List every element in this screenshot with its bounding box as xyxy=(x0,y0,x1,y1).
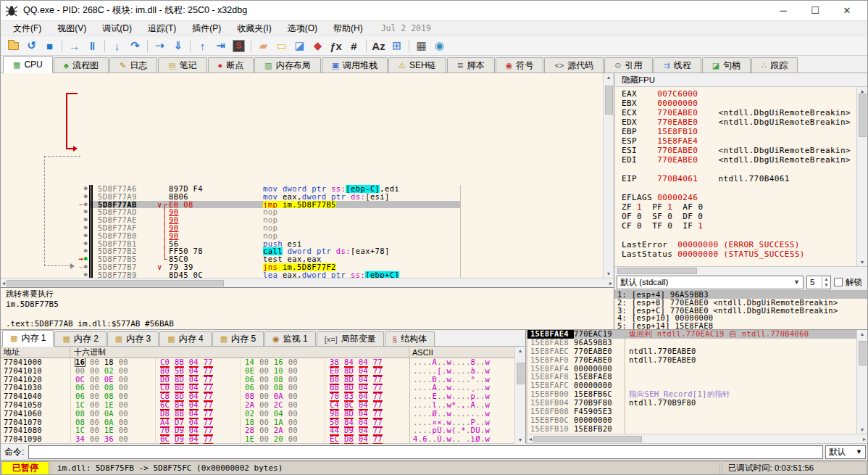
register-line[interactable]: ESP 15E8FAE4 xyxy=(622,136,856,146)
disasm-instruction[interactable]: nop xyxy=(263,216,460,224)
disasm-address[interactable]: 5D8F77B0 xyxy=(93,232,157,240)
menu-item[interactable]: 调试(D) xyxy=(94,22,140,35)
tab-memory-map[interactable]: ▥ 内存布局 xyxy=(254,57,320,73)
disasm-bytes[interactable]: 85C0 xyxy=(169,255,263,263)
close-button[interactable]: ✕ xyxy=(831,1,863,20)
disasm-instruction[interactable]: nop xyxy=(263,208,460,216)
stack-comment[interactable] xyxy=(625,425,856,434)
register-line[interactable]: LastError 00000000 (ERROR_SUCCESS) xyxy=(622,240,856,249)
register-line[interactable]: ESI 770EABE0 <ntdll.DbgUiRemoteBreakin> xyxy=(622,146,856,155)
disasm-bytes[interactable]: 8B06 xyxy=(169,193,263,201)
stack-row[interactable]: 15E8FAF0770EABE0ntdll.770EABE0 xyxy=(527,356,856,365)
disasm-row[interactable]: ●5D8F77A6897D F4mov dword ptr ss:[ebp-C]… xyxy=(1,185,603,193)
disasm-row[interactable]: ●5D8F77B2 │FF50 78call dword ptr ds:[eax… xyxy=(1,247,603,255)
disasm-bytes[interactable]: FF50 78 xyxy=(169,247,263,255)
breakpoint-gutter[interactable]: →● xyxy=(73,255,89,263)
tab-dump-3[interactable]: ▦ 内存 3 xyxy=(107,331,159,346)
disasm-bytes[interactable]: 897D F4 xyxy=(169,185,263,193)
dump-row[interactable]: 7704109034 00 36 000C D9 04 771E 00 20 0… xyxy=(1,435,514,444)
registers-hscrollbar[interactable] xyxy=(614,266,867,274)
disasm-bytes[interactable]: 90 xyxy=(169,232,263,240)
command-input[interactable] xyxy=(28,445,823,459)
dump-ascii[interactable]: ....pÙ.w(.*.DÙ.w xyxy=(409,426,514,435)
stack-comment[interactable]: ntdll.770B9F80 xyxy=(625,399,856,408)
breakpoint-gutter[interactable]: ● xyxy=(73,208,89,216)
stack-address[interactable]: 15E8FAF0 xyxy=(527,356,574,365)
stack-comment[interactable] xyxy=(625,339,856,347)
disassembly-hscrollbar[interactable]: ◂▸ xyxy=(1,278,614,287)
disasm-row[interactable]: ●5D8F77AF │90nop xyxy=(1,224,603,232)
execute-till-return-icon[interactable]: ⇓ xyxy=(169,38,187,54)
dump-ascii[interactable]: 4.6..Ù.w.. .ìØ.w xyxy=(409,435,514,444)
dump-rows[interactable]: 7704100016 00 18 00C0 8B 04 7714 00 16 0… xyxy=(1,358,514,444)
register-line[interactable] xyxy=(622,165,856,174)
dump-ascii[interactable]: ....Ø..w.......w xyxy=(409,410,514,418)
stack-comment[interactable] xyxy=(625,365,856,373)
stack-comment[interactable] xyxy=(625,373,856,381)
register-line[interactable]: EAX 007C6000 xyxy=(622,89,856,99)
step-over-icon[interactable]: ↷ xyxy=(126,38,144,54)
register-line[interactable]: ZF 1 PF 1 AF 0 xyxy=(622,202,856,212)
tab-watch-1[interactable]: ◉ 监视 1 xyxy=(264,331,316,346)
stack-hscrollbar[interactable]: ◂▸ xyxy=(527,434,867,443)
dump-ascii[interactable]: ....¤×.w....P..w xyxy=(409,418,514,427)
disasm-instruction[interactable]: nop xyxy=(263,224,460,232)
breakpoint-gutter[interactable]: ● xyxy=(73,240,89,248)
disasm-comment[interactable] xyxy=(460,185,603,193)
register-line[interactable] xyxy=(622,231,856,240)
stack-comment[interactable] xyxy=(625,381,856,390)
tab-locals[interactable]: [x=] 局部变量 xyxy=(317,331,384,346)
disassembly-vscrollbar[interactable]: ▴▾ xyxy=(603,73,614,278)
disasm-comment[interactable] xyxy=(460,224,603,232)
tab-dump-5[interactable]: ▦ 内存 5 xyxy=(212,331,264,346)
restart-icon[interactable]: ↺ xyxy=(22,38,41,54)
disasm-comment[interactable] xyxy=(460,193,603,201)
disasm-instruction[interactable]: mov eax,dword ptr ds:[esi] xyxy=(263,193,460,201)
tab-symbols[interactable]: ◉ 符号 xyxy=(496,57,544,73)
argument-row[interactable]: 5: [esp+14] 15E8FAE8 xyxy=(614,322,867,329)
dump-address[interactable]: 77041090 xyxy=(1,435,70,444)
disasm-row[interactable]: ●5D8F77A98B06mov eax,dword ptr ds:[esi] xyxy=(1,193,603,201)
register-line[interactable]: CF 0 TF 0 IF 1 xyxy=(622,221,856,231)
disasm-row[interactable]: ●5D8F77AE │90nop xyxy=(1,216,603,224)
tab-graph[interactable]: ♣ 流程图 xyxy=(54,57,109,73)
breakpoint-gutter[interactable]: ● xyxy=(73,271,89,278)
tab-source[interactable]: <> 源代码 xyxy=(544,57,604,73)
globe-icon[interactable]: ◉ xyxy=(430,38,448,54)
dump-address[interactable]: 77041060 xyxy=(1,410,70,418)
disasm-row[interactable]: ●5D8F77AD │90nop xyxy=(1,208,603,216)
tab-trace[interactable]: ∴ 跟踪 xyxy=(751,57,798,73)
calling-convention-select[interactable]: 默认 (stdcall)▼ xyxy=(617,276,804,289)
stack-value[interactable]: 96A59BB3 xyxy=(574,339,625,347)
call-arguments-list[interactable]: 1: [esp+4] 96A59BB32: [esp+8] 770EABE0 <… xyxy=(614,290,867,329)
dump-ascii[interactable]: ....À..w....8..w xyxy=(409,358,514,367)
register-list[interactable]: EAX 007C6000EBX 00000000ECX 770EABE0 <nt… xyxy=(614,87,856,266)
tab-seh[interactable]: ⚠ SEH链 xyxy=(388,57,446,73)
disasm-comment[interactable] xyxy=(460,232,603,240)
disasm-comment[interactable] xyxy=(460,240,603,248)
disasm-bytes[interactable]: 8D45 0C xyxy=(169,271,263,278)
disasm-bytes[interactable]: 79 39 xyxy=(169,263,263,271)
register-line[interactable]: OF 0 SF 0 DF 0 xyxy=(622,212,856,221)
disasm-address[interactable]: 5D8F77B9 xyxy=(93,271,157,278)
command-profile-select[interactable]: 默认▼ xyxy=(825,445,866,459)
dump-vscrollbar[interactable]: ▴▾ xyxy=(514,347,525,444)
disasm-bytes[interactable]: 56 xyxy=(169,240,263,248)
stack-rows[interactable]: 15E8FAE4770EAC19返回到 ntdll.770EAC19 自 ntd… xyxy=(527,330,856,434)
disasm-comment[interactable] xyxy=(460,263,603,271)
stack-comment[interactable]: 指向SEH_Record[1]的指针 xyxy=(625,390,856,399)
stack-row[interactable]: 15E8FAE896A59BB3 xyxy=(527,339,856,347)
stack-row[interactable]: 15E8FB1015E8FB20 xyxy=(527,425,856,434)
breakpoint-gutter[interactable]: ● xyxy=(73,224,89,232)
dump-ascii[interactable]: ....Ð..w....°..w xyxy=(409,376,514,384)
dump-ascii[interactable]: .....[.w....à..w xyxy=(409,367,514,376)
disasm-comment[interactable] xyxy=(460,216,603,224)
tab-log[interactable]: ✎ 日志 xyxy=(109,57,157,73)
menu-item[interactable]: 收藏夹(I) xyxy=(229,22,279,35)
register-line[interactable]: EDX 770EABE0 <ntdll.DbgUiRemoteBreakin> xyxy=(622,117,856,127)
tab-notes[interactable]: ▤ 笔记 xyxy=(158,57,206,73)
stack-address[interactable]: 15E8FB10 xyxy=(527,425,574,434)
checkbox-box[interactable] xyxy=(834,278,843,286)
stack-comment[interactable]: ntdll.770EABE0 xyxy=(625,347,856,356)
disasm-instruction[interactable]: test eax,eax xyxy=(263,255,460,263)
